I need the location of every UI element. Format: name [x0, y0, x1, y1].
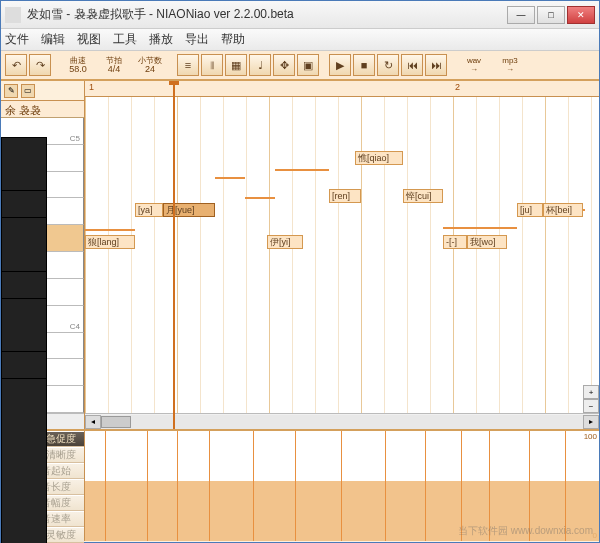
- next-button[interactable]: ⏭: [425, 54, 447, 76]
- maximize-button[interactable]: □: [537, 6, 565, 24]
- pencil-tool-icon[interactable]: ✎: [4, 84, 18, 98]
- zoom-out-button[interactable]: −: [583, 399, 599, 413]
- tempo-display[interactable]: 曲速 58.0: [61, 54, 95, 76]
- ruler[interactable]: 1 2: [85, 81, 599, 97]
- menu-view[interactable]: 视图: [77, 31, 101, 48]
- piano-black-key[interactable]: [1, 378, 47, 543]
- tool-select-button[interactable]: ▣: [297, 54, 319, 76]
- measure-2: 2: [455, 82, 460, 92]
- left-column: ✎ ▭ 余 袅袅 C5C4: [1, 81, 85, 429]
- app-icon: [5, 7, 21, 23]
- bars-display[interactable]: 小节数 24: [133, 54, 167, 76]
- undo-button[interactable]: ↶: [5, 54, 27, 76]
- voice-label[interactable]: 余 袅袅: [1, 101, 84, 117]
- app-window: 发如雪 - 袅袅虚拟歌手 - NIAONiao ver 2.2.00.beta …: [0, 0, 600, 543]
- stop-button[interactable]: ■: [353, 54, 375, 76]
- note[interactable]: 狼[lang]: [85, 235, 135, 249]
- note[interactable]: -[-]: [443, 235, 467, 249]
- note[interactable]: 月[yue]: [163, 203, 215, 217]
- menu-tools[interactable]: 工具: [113, 31, 137, 48]
- track[interactable]: 狼[lang][ya]月[yue]伊[yi][ren]憔[qiao]悴[cui]…: [85, 97, 599, 413]
- menu-export[interactable]: 导出: [185, 31, 209, 48]
- menubar: 文件 编辑 视图 工具 播放 导出 帮助: [1, 29, 599, 51]
- toolbar: ↶ ↷ 曲速 58.0 节拍 4/4 小节数 24 ≡ ⫴ ▦ ♩ ✥ ▣ ▶ …: [1, 51, 599, 81]
- scroll-right-button[interactable]: ▸: [583, 415, 599, 429]
- tool-tabs: ✎ ▭: [1, 81, 84, 101]
- menu-help[interactable]: 帮助: [221, 31, 245, 48]
- titlebar[interactable]: 发如雪 - 袅袅虚拟歌手 - NIAONiao ver 2.2.00.beta …: [1, 1, 599, 29]
- measure-1: 1: [89, 82, 94, 92]
- playhead[interactable]: [173, 81, 175, 429]
- menu-play[interactable]: 播放: [149, 31, 173, 48]
- note[interactable]: [ju]: [517, 203, 543, 217]
- beat-display[interactable]: 节拍 4/4: [97, 54, 131, 76]
- export-mp3-button[interactable]: mp3→: [493, 54, 527, 76]
- main-area: ✎ ▭ 余 袅袅 C5C4 1 2 狼[lang][ya]月[yue]伊[yi]…: [1, 81, 599, 429]
- prev-button[interactable]: ⏮: [401, 54, 423, 76]
- menu-edit[interactable]: 编辑: [41, 31, 65, 48]
- eraser-tool-icon[interactable]: ▭: [21, 84, 35, 98]
- loop-button[interactable]: ↻: [377, 54, 399, 76]
- zoom-in-button[interactable]: +: [583, 385, 599, 399]
- param-panel: 参数面板 发音急促度发音清晰度清音起始颤音长度颤音幅度颤音速率发音灵敏度音高弯曲…: [1, 429, 599, 541]
- scroll-thumb[interactable]: [101, 416, 131, 428]
- param-pane[interactable]: 100 0: [85, 431, 599, 541]
- close-button[interactable]: ✕: [567, 6, 595, 24]
- play-button[interactable]: ▶: [329, 54, 351, 76]
- tool-note-button[interactable]: ♩: [249, 54, 271, 76]
- note[interactable]: [ren]: [329, 189, 361, 203]
- menu-file[interactable]: 文件: [5, 31, 29, 48]
- note[interactable]: 我[wo]: [467, 235, 507, 249]
- piano-keyboard[interactable]: C5C4: [1, 117, 84, 413]
- note[interactable]: 悴[cui]: [403, 189, 443, 203]
- window-title: 发如雪 - 袅袅虚拟歌手 - NIAONiao ver 2.2.00.beta: [27, 6, 507, 23]
- tool-chart-button[interactable]: ▦: [225, 54, 247, 76]
- export-wav-button[interactable]: wav→: [457, 54, 491, 76]
- note[interactable]: 憔[qiao]: [355, 151, 403, 165]
- tool-move-button[interactable]: ✥: [273, 54, 295, 76]
- tool-volume-button[interactable]: ⫴: [201, 54, 223, 76]
- param-scale-top: 100: [584, 432, 597, 441]
- zoom-controls: + −: [583, 385, 599, 413]
- tool-pitch-button[interactable]: ≡: [177, 54, 199, 76]
- redo-button[interactable]: ↷: [29, 54, 51, 76]
- note[interactable]: [ya]: [135, 203, 163, 217]
- horizontal-scrollbar[interactable]: ◂ ▸: [85, 413, 599, 429]
- minimize-button[interactable]: —: [507, 6, 535, 24]
- scroll-left-button[interactable]: ◂: [85, 415, 101, 429]
- note[interactable]: 杯[bei]: [543, 203, 583, 217]
- note[interactable]: 伊[yi]: [267, 235, 303, 249]
- note-canvas[interactable]: 1 2 狼[lang][ya]月[yue]伊[yi][ren]憔[qiao]悴[…: [85, 81, 599, 429]
